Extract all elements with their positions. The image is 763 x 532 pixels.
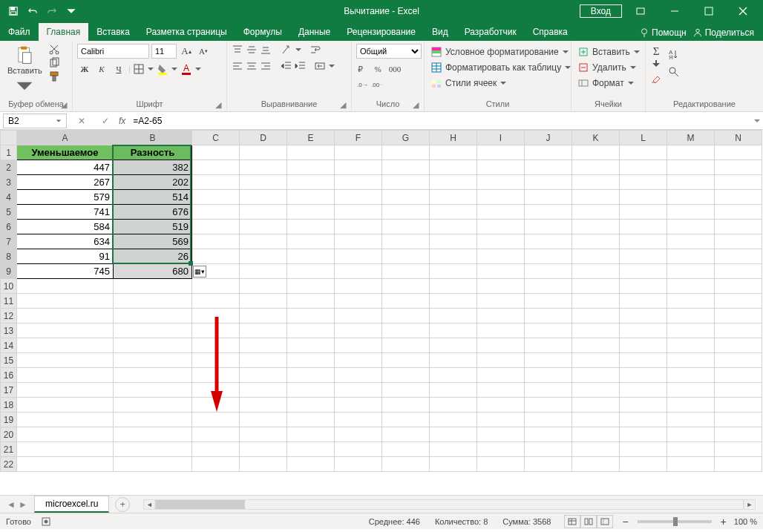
column-header[interactable]: E — [287, 131, 335, 145]
cell[interactable] — [525, 160, 572, 175]
cell[interactable]: 584 — [17, 220, 114, 234]
cell[interactable] — [240, 413, 287, 427]
cell[interactable] — [335, 205, 382, 220]
cell[interactable] — [477, 413, 525, 427]
cell-styles-button[interactable]: Стили ячеек — [429, 76, 508, 90]
formula-bar-expand-icon[interactable] — [751, 117, 763, 125]
cell[interactable] — [114, 279, 192, 294]
cell[interactable] — [335, 249, 382, 264]
column-header[interactable]: I — [477, 131, 525, 145]
cell[interactable] — [287, 190, 335, 205]
cell[interactable] — [192, 145, 240, 160]
paste-button[interactable]: Вставить — [4, 44, 45, 97]
cell[interactable] — [17, 279, 114, 294]
zoom-level[interactable]: 100 % — [734, 517, 757, 526]
redo-icon[interactable] — [45, 4, 59, 19]
cell[interactable] — [667, 249, 715, 264]
cell[interactable] — [240, 368, 287, 383]
maximize-icon[interactable] — [693, 0, 724, 22]
cell[interactable] — [17, 413, 114, 427]
cell[interactable] — [620, 264, 667, 279]
cell[interactable] — [572, 249, 620, 264]
macro-record-icon[interactable] — [40, 516, 52, 528]
cell[interactable] — [572, 338, 620, 353]
share-button[interactable]: Поделиться — [692, 27, 754, 38]
cell[interactable] — [114, 368, 192, 383]
cell[interactable] — [382, 324, 430, 338]
cell[interactable] — [667, 413, 715, 427]
cell[interactable] — [525, 279, 572, 294]
row-header[interactable]: 17 — [1, 383, 17, 398]
fill-color-icon[interactable] — [157, 63, 168, 75]
column-header[interactable]: H — [430, 131, 477, 145]
name-box[interactable]: B2 — [3, 114, 67, 128]
bold-button[interactable]: Ж — [77, 62, 92, 76]
cell[interactable] — [620, 457, 667, 472]
cell[interactable] — [477, 264, 525, 279]
cell[interactable] — [572, 398, 620, 413]
normal-view-icon[interactable] — [564, 515, 580, 528]
cell[interactable] — [192, 190, 240, 205]
percent-format-icon[interactable]: % — [370, 62, 385, 76]
cell[interactable] — [382, 190, 430, 205]
cell[interactable] — [477, 338, 525, 353]
cell[interactable] — [240, 294, 287, 309]
cell[interactable] — [620, 294, 667, 309]
cell[interactable] — [715, 264, 762, 279]
cell[interactable] — [667, 190, 715, 205]
decrease-indent-icon[interactable] — [281, 60, 292, 72]
cell[interactable] — [335, 353, 382, 368]
cell[interactable] — [715, 294, 762, 309]
cell[interactable] — [335, 234, 382, 249]
increase-decimal-icon[interactable]: .0→.00 — [356, 79, 368, 91]
cell[interactable] — [477, 190, 525, 205]
sort-filter-icon[interactable]: AЯ — [668, 48, 680, 60]
cell[interactable] — [572, 279, 620, 294]
cell[interactable] — [287, 175, 335, 190]
find-select-icon[interactable] — [668, 66, 680, 78]
cell[interactable] — [240, 264, 287, 279]
cell[interactable] — [430, 324, 477, 338]
cell[interactable] — [525, 264, 572, 279]
cell[interactable] — [192, 205, 240, 220]
cell[interactable] — [287, 145, 335, 160]
cell[interactable] — [572, 442, 620, 457]
cell[interactable] — [382, 368, 430, 383]
cell[interactable] — [620, 205, 667, 220]
cell[interactable] — [430, 413, 477, 427]
tab-insert[interactable]: Вставка — [88, 23, 138, 41]
cell[interactable] — [335, 338, 382, 353]
row-header[interactable]: 21 — [1, 442, 17, 457]
cell[interactable] — [525, 220, 572, 234]
column-header[interactable]: J — [525, 131, 572, 145]
cell[interactable] — [240, 442, 287, 457]
row-header[interactable]: 22 — [1, 457, 17, 472]
cell[interactable] — [525, 457, 572, 472]
cell[interactable] — [240, 353, 287, 368]
cell[interactable] — [477, 145, 525, 160]
cell[interactable] — [572, 324, 620, 338]
cell[interactable] — [192, 457, 240, 472]
undo-icon[interactable] — [25, 4, 40, 19]
qat-dropdown-icon[interactable] — [64, 4, 79, 19]
row-header[interactable]: 4 — [1, 190, 17, 205]
decrease-font-icon[interactable]: A▾ — [196, 44, 211, 59]
cell[interactable] — [477, 249, 525, 264]
cell[interactable] — [620, 234, 667, 249]
cell[interactable] — [477, 383, 525, 398]
cell[interactable] — [715, 368, 762, 383]
row-header[interactable]: 1 — [1, 145, 17, 160]
cell[interactable] — [17, 427, 114, 442]
accounting-format-icon[interactable]: ₽ — [356, 63, 368, 75]
cell[interactable] — [382, 145, 430, 160]
cell[interactable] — [287, 368, 335, 383]
cell[interactable] — [240, 220, 287, 234]
cell[interactable] — [667, 353, 715, 368]
cell[interactable] — [17, 294, 114, 309]
cell[interactable] — [667, 383, 715, 398]
sheet-tab[interactable]: microexcel.ru — [34, 496, 109, 513]
save-icon[interactable] — [6, 4, 21, 19]
cell[interactable] — [430, 442, 477, 457]
cell[interactable] — [240, 427, 287, 442]
cell[interactable] — [287, 457, 335, 472]
